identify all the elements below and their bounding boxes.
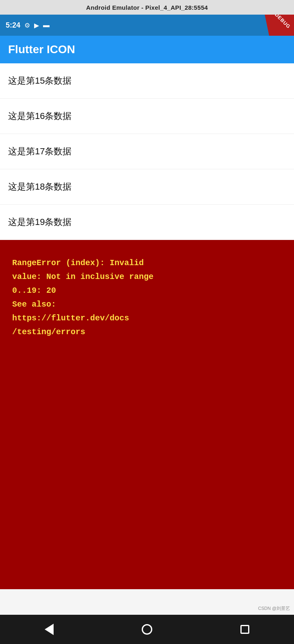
list-item[interactable]: 这是第17条数据 bbox=[0, 134, 294, 169]
debug-badge: DEBUG bbox=[265, 15, 294, 36]
title-bar-text: Android Emulator - Pixel_4_API_28:5554 bbox=[86, 4, 208, 11]
nav-recents-button[interactable] bbox=[235, 620, 255, 639]
app-bar: Flutter ICON bbox=[0, 36, 294, 63]
settings-icon: ⚙ bbox=[24, 22, 30, 29]
debug-label: DEBUG bbox=[274, 12, 292, 30]
nav-bar bbox=[0, 615, 294, 644]
list-item[interactable]: 这是第15条数据 bbox=[0, 63, 294, 99]
watermark: CSDN @刘景艺 bbox=[258, 605, 290, 612]
list-item[interactable]: 这是第16条数据 bbox=[0, 99, 294, 134]
error-message: RangeError (index): Invalid value: Not i… bbox=[12, 256, 282, 339]
list-area: 这是第15条数据 这是第16条数据 这是第17条数据 这是第18条数据 这是第1… bbox=[0, 63, 294, 240]
list-item[interactable]: 这是第18条数据 bbox=[0, 169, 294, 205]
list-item-text: 这是第17条数据 bbox=[8, 146, 71, 156]
list-item-text: 这是第18条数据 bbox=[8, 182, 71, 192]
play-icon: ▶ bbox=[34, 22, 39, 29]
nav-home-button[interactable] bbox=[137, 620, 157, 639]
title-bar: Android Emulator - Pixel_4_API_28:5554 bbox=[0, 0, 294, 15]
recents-icon bbox=[240, 625, 249, 634]
error-area: RangeError (index): Invalid value: Not i… bbox=[0, 240, 294, 589]
app-bar-title: Flutter ICON bbox=[8, 43, 75, 56]
status-bar: 5:24 ⚙ ▶ ▬ 📶 🔋 DEBUG bbox=[0, 15, 294, 36]
status-time: 5:24 bbox=[6, 21, 20, 30]
sim-icon: ▬ bbox=[43, 22, 50, 29]
back-icon bbox=[45, 624, 54, 635]
home-icon bbox=[142, 624, 152, 635]
list-item[interactable]: 这是第19条数据 bbox=[0, 205, 294, 240]
nav-back-button[interactable] bbox=[39, 620, 59, 639]
list-item-text: 这是第15条数据 bbox=[8, 76, 71, 86]
list-item-text: 这是第16条数据 bbox=[8, 111, 71, 121]
list-item-text: 这是第19条数据 bbox=[8, 217, 71, 227]
status-icons: ⚙ ▶ ▬ bbox=[24, 22, 50, 29]
